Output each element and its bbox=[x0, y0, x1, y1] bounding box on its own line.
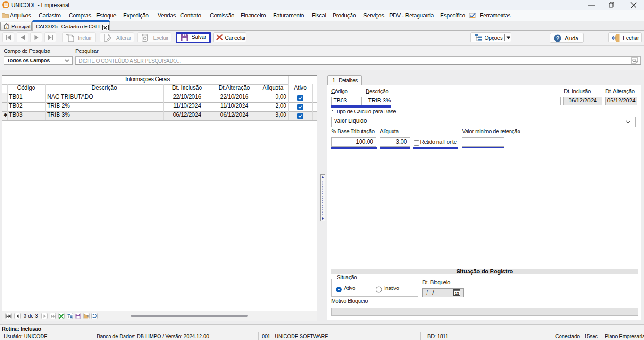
svg-text:15: 15 bbox=[455, 291, 459, 296]
svg-text:?: ? bbox=[556, 35, 559, 41]
